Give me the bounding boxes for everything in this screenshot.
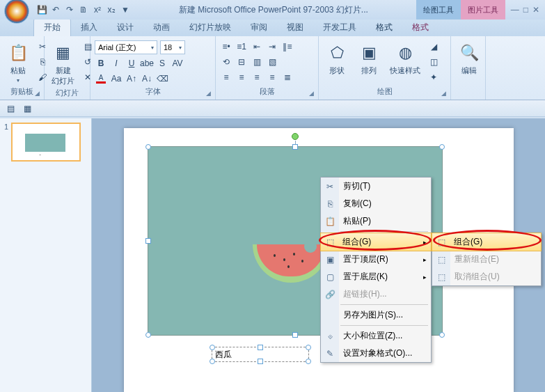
- tab-format-drawing[interactable]: 格式: [366, 19, 402, 36]
- align-right-button[interactable]: ≡: [251, 71, 263, 84]
- maximize-button[interactable]: □: [523, 5, 528, 15]
- picture-tools-tab[interactable]: 图片工具: [461, 0, 505, 19]
- qat-more-icon[interactable]: ▼: [120, 4, 131, 15]
- menu-size-pos[interactable]: ⟐大小和位置(Z)...: [321, 327, 431, 345]
- justify-button[interactable]: ≡: [266, 71, 278, 84]
- watermelon-image: [253, 244, 329, 286]
- text-direction-button[interactable]: ⟲: [220, 56, 232, 68]
- menu-copy[interactable]: ⎘复制(C): [321, 195, 431, 212]
- regroup-icon: ⬚: [435, 255, 448, 265]
- new-slide-icon: ▦: [52, 42, 74, 64]
- resize-handle-se[interactable]: [439, 332, 445, 338]
- tab-insert[interactable]: 插入: [71, 19, 107, 36]
- tab-review[interactable]: 审阅: [241, 19, 277, 36]
- slide-thumbnail[interactable]: -: [11, 123, 81, 162]
- undo-icon[interactable]: ↶: [50, 4, 61, 15]
- group-submenu: ⬚组合(G) ⬚重新组合(E) ⬚取消组合(U): [432, 233, 542, 286]
- tb-handle-sw[interactable]: [210, 359, 215, 364]
- line-spacing-button[interactable]: ‖≡: [281, 40, 294, 53]
- tab-slideshow[interactable]: 幻灯片放映: [180, 19, 241, 36]
- group-icon: ⬚: [435, 237, 448, 247]
- submenu-group[interactable]: ⬚组合(G): [432, 233, 542, 251]
- italic-button[interactable]: I: [110, 57, 123, 70]
- window-title: 新建 Microsoft Office PowerPoint 97-2003 幻…: [131, 4, 416, 16]
- context-menu: ✂剪切(T) ⎘复制(C) 📋粘贴(P) ⬚组合(G)▸ ▣置于顶层(R)▸ ▢…: [320, 177, 432, 363]
- resize-handle-sw[interactable]: [145, 332, 151, 338]
- quickstyles-button[interactable]: ◍快速样式: [387, 40, 423, 77]
- slides-view-icon[interactable]: ▦: [21, 102, 33, 115]
- tb-handle-s[interactable]: [258, 359, 263, 364]
- convert-smartart-button[interactable]: ▧: [266, 56, 278, 68]
- resize-handle-w[interactable]: [145, 238, 151, 244]
- shrink-font-button[interactable]: A↓: [141, 72, 153, 85]
- menu-save-as-pic[interactable]: 另存为图片(S)...: [321, 306, 431, 324]
- drawing-tools-tab[interactable]: 绘图工具: [416, 0, 461, 19]
- tb-handle-se[interactable]: [306, 359, 311, 364]
- distribute-button[interactable]: ≣: [281, 71, 294, 84]
- shape-effects-button[interactable]: ✦: [427, 71, 440, 84]
- tab-anim[interactable]: 动画: [143, 19, 180, 36]
- change-case-button[interactable]: Aa: [110, 72, 123, 85]
- caption-text: 西瓜: [215, 349, 232, 361]
- menu-group[interactable]: ⬚组合(G)▸: [320, 233, 432, 251]
- menu-paste[interactable]: 📋粘贴(P): [321, 212, 431, 230]
- copy-icon: ⎘: [324, 199, 336, 209]
- subscript-icon[interactable]: x₂: [106, 4, 117, 15]
- tab-format-picture[interactable]: 格式: [402, 19, 439, 36]
- tab-design[interactable]: 设计: [107, 19, 143, 36]
- bullets-button[interactable]: ≡•: [220, 40, 232, 53]
- char-spacing-button[interactable]: AV: [171, 57, 184, 70]
- group-drawing: ⬠形状 ▣排列 ◍快速样式 ◢ ◫ ✦ 绘图◢: [319, 36, 451, 100]
- rotate-handle[interactable]: [292, 133, 299, 140]
- indent-inc-button[interactable]: ⇥: [266, 40, 278, 53]
- redo-icon[interactable]: ↷: [64, 4, 75, 15]
- close-button[interactable]: ✕: [532, 5, 539, 15]
- paste-button[interactable]: 📋 粘贴 ▾: [4, 40, 32, 85]
- superscript-icon[interactable]: x²: [92, 4, 103, 15]
- cut-icon: ✂: [324, 182, 336, 191]
- link-icon: 🔗: [324, 290, 336, 299]
- indent-dec-button[interactable]: ⇤: [251, 40, 263, 53]
- menu-bring-front[interactable]: ▣置于顶层(R)▸: [321, 251, 431, 268]
- tab-dev[interactable]: 开发工具: [313, 19, 366, 36]
- arrange-button[interactable]: ▣排列: [355, 40, 383, 77]
- tb-handle-n[interactable]: [258, 345, 263, 350]
- menu-format-obj[interactable]: ✎设置对象格式(O)...: [321, 345, 431, 362]
- paste-icon: 📋: [7, 42, 29, 64]
- tb-handle-nw[interactable]: [210, 345, 215, 350]
- editing-button[interactable]: 🔍编辑: [455, 40, 483, 77]
- quickstyles-icon: ◍: [394, 42, 416, 64]
- minimize-button[interactable]: —: [511, 5, 519, 15]
- save-icon[interactable]: 💾: [36, 4, 47, 15]
- bold-button[interactable]: B: [95, 57, 107, 70]
- grow-font-button[interactable]: A↑: [125, 72, 138, 85]
- resize-handle-s[interactable]: [292, 332, 298, 338]
- shadow-button[interactable]: S: [156, 57, 168, 70]
- font-name-select[interactable]: Arial (正文)▾: [95, 40, 157, 54]
- caption-textbox[interactable]: 西瓜: [212, 347, 309, 362]
- columns-button[interactable]: ▥: [251, 56, 263, 68]
- new-slide-button[interactable]: ▦ 新建 幻灯片: [49, 40, 77, 88]
- print-icon[interactable]: 🗎: [78, 4, 89, 15]
- align-text-button[interactable]: ⊟: [235, 56, 248, 68]
- tb-handle-ne[interactable]: [306, 345, 311, 350]
- resize-handle-ne[interactable]: [439, 144, 445, 150]
- align-left-button[interactable]: ≡: [220, 71, 232, 84]
- underline-button[interactable]: U: [125, 57, 138, 70]
- clear-format-button[interactable]: ⌫: [156, 72, 168, 85]
- outline-view-icon[interactable]: ▤: [4, 102, 17, 115]
- font-size-select[interactable]: 18▾: [160, 40, 185, 54]
- shape-outline-button[interactable]: ◫: [427, 56, 440, 68]
- font-color-button[interactable]: A: [95, 72, 107, 85]
- tab-home[interactable]: 开始: [33, 18, 71, 36]
- shapes-button[interactable]: ⬠形状: [323, 40, 351, 77]
- align-center-button[interactable]: ≡: [235, 71, 248, 84]
- menu-send-back[interactable]: ▢置于底层(K)▸: [321, 268, 431, 285]
- resize-handle-n[interactable]: [292, 144, 298, 150]
- numbering-button[interactable]: ≡1: [235, 40, 248, 53]
- resize-handle-nw[interactable]: [145, 144, 151, 150]
- tab-view[interactable]: 视图: [277, 19, 313, 36]
- shape-fill-button[interactable]: ◢: [427, 40, 440, 53]
- menu-cut[interactable]: ✂剪切(T): [321, 178, 431, 195]
- strikethrough-button[interactable]: abe: [141, 57, 153, 70]
